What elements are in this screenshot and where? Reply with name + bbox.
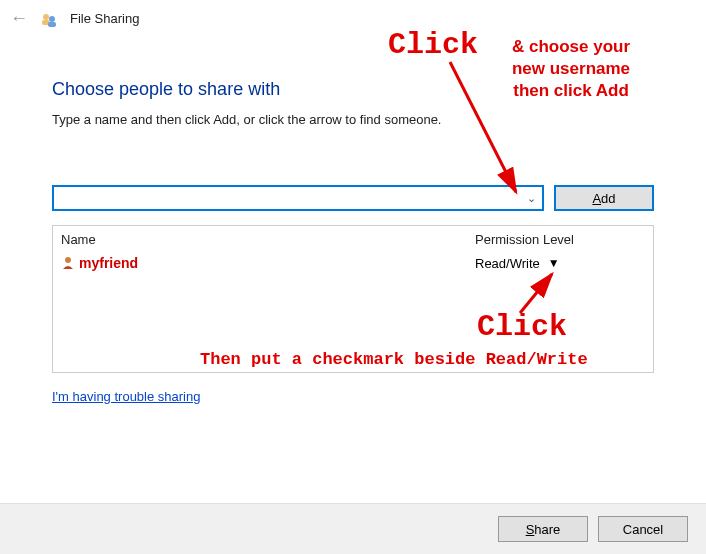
svg-rect-3 <box>48 22 56 27</box>
col-header-name[interactable]: Name <box>61 232 475 247</box>
user-icon <box>61 256 75 270</box>
page-subtext: Type a name and then click Add, or click… <box>52 112 654 127</box>
col-header-permission[interactable]: Permission Level <box>475 232 645 247</box>
page-heading: Choose people to share with <box>52 79 654 100</box>
svg-point-0 <box>43 14 49 20</box>
chevron-down-icon[interactable]: ⌄ <box>527 192 536 205</box>
cancel-button[interactable]: Cancel <box>598 516 688 542</box>
triangle-down-icon[interactable]: ▼ <box>548 256 560 270</box>
list-header: Name Permission Level <box>53 226 653 253</box>
share-button[interactable]: Share <box>498 516 588 542</box>
svg-point-4 <box>65 257 71 263</box>
share-list: Name Permission Level myfriend Read/Writ… <box>52 225 654 373</box>
add-button[interactable]: Add <box>554 185 654 211</box>
input-row: ⌄ Add <box>52 185 654 211</box>
window-title: File Sharing <box>70 11 139 26</box>
user-name: myfriend <box>79 255 138 271</box>
file-sharing-icon <box>40 10 58 28</box>
back-arrow-icon[interactable]: ← <box>10 8 28 29</box>
user-combo-input[interactable]: ⌄ <box>52 185 544 211</box>
help-link[interactable]: I'm having trouble sharing <box>52 389 200 404</box>
footer-bar: Share Cancel <box>0 503 706 554</box>
permission-dropdown[interactable]: Read/Write ▼ <box>475 256 645 271</box>
title-bar: ← File Sharing <box>0 0 706 37</box>
main-content: Choose people to share with Type a name … <box>0 79 706 404</box>
svg-point-1 <box>49 16 55 22</box>
list-row[interactable]: myfriend Read/Write ▼ <box>53 253 653 273</box>
permission-value: Read/Write <box>475 256 540 271</box>
